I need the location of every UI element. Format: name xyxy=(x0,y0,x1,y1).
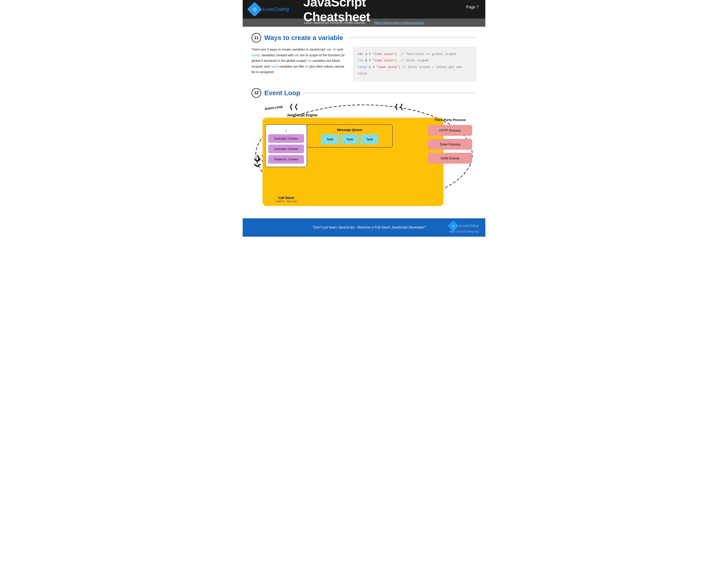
svg-text:❯❯: ❯❯ xyxy=(254,158,261,168)
kw-let3: let xyxy=(305,64,309,68)
code-var: var xyxy=(358,52,363,56)
call-stack-label: Call Stack Last-in - first-out xyxy=(265,196,307,203)
exec-context-2: Execution Context xyxy=(268,145,304,153)
exec-context-1: Execution Context xyxy=(268,134,304,143)
code-let: let xyxy=(358,59,363,62)
third-party-label: Third-Party Process xyxy=(428,118,472,122)
footer-logo: ◇ iLoveCoding xyxy=(449,222,479,230)
kw-var2: var xyxy=(295,53,299,57)
task-box-2: Task xyxy=(341,134,358,144)
kw-const: const xyxy=(251,53,259,57)
kw-var: var xyxy=(327,47,331,51)
footer-quote: "Don't just learn JavaScript - Become a … xyxy=(289,225,449,229)
section11-header: 11 Ways to create a variable xyxy=(251,33,477,43)
svg-text:❬❬: ❬❬ xyxy=(394,103,404,110)
event-loop-label: Event Loop xyxy=(265,104,283,111)
kw-let2: let xyxy=(308,59,311,62)
third-party-section: Third-Party Process HTTP Process Timer P… xyxy=(428,118,472,167)
task-box-3: Task xyxy=(361,134,378,144)
dom-events: DOM Events xyxy=(428,153,472,164)
section11-divider xyxy=(346,38,477,38)
message-queue-box: Message Queue Task Task Task xyxy=(307,124,393,148)
svg-text:❬❬: ❬❬ xyxy=(289,103,299,110)
logo-area: ◇ iLoveCoding xyxy=(249,4,289,15)
call-stack-box: ↓ Execution Context Execution Context Gl… xyxy=(265,124,307,167)
message-queue-label: Message Queue xyxy=(311,128,388,132)
footer-logo-wrap: ◇ iLoveCoding https://iLoveCoding.org xyxy=(449,222,479,233)
main-content: 11 Ways to create a variable There are 3… xyxy=(243,27,485,214)
call-stack-sublabel: Last-in - first-out xyxy=(265,199,307,203)
section12-title: Event Loop xyxy=(264,89,300,97)
section12-divider xyxy=(303,93,477,93)
section12-header: 12 Event Loop xyxy=(251,88,477,98)
call-stack-title: Call Stack xyxy=(265,196,307,199)
task-row: Task Task Task xyxy=(311,134,388,144)
page-number: Page 7 xyxy=(466,4,479,9)
engine-box: ↓ Execution Context Execution Context Gl… xyxy=(263,118,443,206)
section11-text: There are 3 ways to create variables in … xyxy=(251,47,346,81)
footer-logo-text: iLoveCoding xyxy=(459,224,479,228)
logo-icon: ◇ xyxy=(247,2,262,17)
code-line-2: let b = "some value"; // block scoped xyxy=(358,57,472,64)
section11-body: There are 3 ways to create variables in … xyxy=(251,47,477,81)
global-context: Global Ex. Context xyxy=(268,155,304,164)
var-text-intro: There are 3 ways to create variables in … xyxy=(251,47,327,51)
section11-title: Ways to create a variable xyxy=(264,34,343,41)
section11-number: 11 xyxy=(251,33,261,43)
js-engine-label: JavaScript Engine xyxy=(287,113,317,117)
task-box-1: Task xyxy=(321,134,339,144)
footer: "Don't just learn JavaScript - Become a … xyxy=(243,218,485,237)
arrow-down: ↓ xyxy=(268,128,304,133)
http-process: HTTP Process xyxy=(428,125,472,136)
header: ◇ iLoveCoding JavaScript Cheatsheet Page… xyxy=(243,0,485,19)
kw-let: let xyxy=(333,47,336,51)
section12-number: 12 xyxy=(251,88,261,98)
code-line-3: const c = "some value"; // block scoped … xyxy=(358,64,472,77)
code-line-1: var a = "some value"; // functional or g… xyxy=(358,51,472,57)
code-const: const xyxy=(358,65,367,69)
event-loop-diagram: Event Loop ❬❬ ❬❬ ❭❭ ❭❭ ❬❬ ❯❯ xyxy=(251,102,477,208)
timer-process: Timer Process xyxy=(428,139,472,150)
logo-text: iLoveCoding xyxy=(262,6,289,12)
code-block: var a = "some value"; // functional or g… xyxy=(353,47,477,81)
page-title: JavaScript Cheatsheet xyxy=(303,0,425,24)
kw-const2: const xyxy=(270,64,278,68)
